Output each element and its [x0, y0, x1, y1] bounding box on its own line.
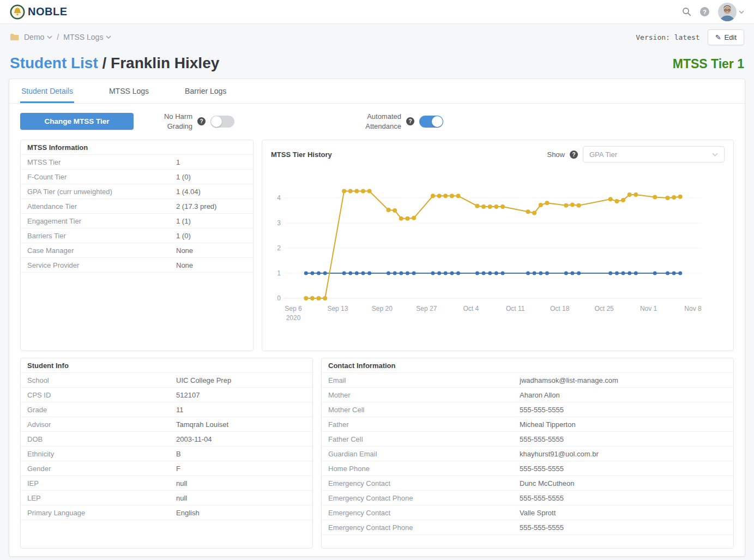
table-row: Emailjwadhamsok@list-manage.com: [322, 373, 733, 388]
row-value: 555-555-5555: [520, 523, 564, 532]
row-value: null: [176, 479, 187, 487]
row-value: Aharon Allon: [520, 391, 560, 399]
svg-text:Sep 6: Sep 6: [285, 305, 302, 312]
change-mtss-tier-button[interactable]: Change MTSS Tier: [20, 113, 134, 130]
row-label: Mother: [328, 391, 350, 399]
row-label: Father: [328, 420, 349, 429]
row-label: Ethnicity: [27, 450, 54, 458]
table-row: Attendance Tier2 (17.3 pred): [21, 199, 253, 214]
row-label: Gender: [27, 465, 51, 473]
svg-text:Nov 1: Nov 1: [640, 305, 658, 312]
row-label: Barriers Tier: [27, 232, 66, 240]
row-value: 11: [176, 406, 184, 414]
row-label: Service Provider: [27, 261, 79, 269]
row-label: F-Count Tier: [27, 173, 67, 181]
top-navbar: NOBLE ?: [0, 0, 754, 24]
version-label: Version: latest: [636, 33, 699, 41]
help-icon[interactable]: ?: [570, 150, 578, 159]
table-row: Home Phone555-555-5555: [322, 461, 733, 476]
table-row: LEPnull: [21, 491, 312, 505]
table-row: CPS ID512107: [21, 388, 312, 402]
brand-name: NOBLE: [28, 5, 68, 18]
breadcrumb-project[interactable]: Demo: [24, 33, 52, 41]
row-value: 1 (4.04): [176, 188, 201, 196]
edit-button[interactable]: ✎ Edit: [708, 29, 744, 45]
table-row: AdvisorTamqrah Louiset: [21, 417, 312, 432]
row-value: 555-555-5555: [520, 406, 564, 414]
no-harm-grading-toggle[interactable]: [210, 116, 234, 128]
help-icon[interactable]: ?: [700, 7, 709, 16]
title-separator: /: [98, 55, 111, 71]
tier-history-chart: 01234Sep 62020Sep 13Sep 20Sep 27Oct 4Oct…: [262, 167, 720, 348]
row-label: Attendance Tier: [27, 202, 77, 210]
row-value: Dunc McCutheon: [520, 479, 574, 487]
help-icon[interactable]: ?: [197, 117, 206, 125]
row-label: Email: [328, 376, 346, 384]
select-value: GPA Tier: [589, 150, 617, 159]
table-row: Service ProviderNone: [21, 258, 253, 273]
row-value: null: [176, 494, 187, 502]
student-info-card: Student Info SchoolUIC College PrepCPS I…: [20, 358, 313, 549]
card-title: MTSS Information: [21, 140, 253, 155]
breadcrumb-page[interactable]: MTSS Logs: [63, 33, 111, 41]
row-value: F: [176, 465, 180, 473]
table-row: Barriers Tier1 (0): [21, 228, 253, 243]
automated-attendance-toggle[interactable]: [419, 116, 443, 128]
student-detail-card: Student Details MTSS Logs Barrier Logs C…: [9, 79, 745, 557]
no-harm-grading-label: No Harm Grading: [159, 112, 192, 131]
user-menu[interactable]: [718, 3, 744, 21]
row-value: English: [176, 509, 200, 517]
student-list-link[interactable]: Student List: [10, 55, 98, 71]
table-row: Case ManagerNone: [21, 243, 253, 258]
row-value: 1 (0): [176, 232, 191, 240]
table-row: Emergency ContactValle Sprott: [322, 505, 733, 520]
table-row: DOB2003-11-04: [21, 432, 312, 447]
row-value: Tamqrah Louiset: [176, 420, 228, 429]
mtss-information-card: MTSS Information MTSS Tier1F-Count Tier1…: [20, 140, 254, 351]
row-value: Valle Sprott: [520, 509, 556, 517]
row-label: Case Manager: [27, 246, 74, 255]
search-icon[interactable]: [682, 7, 691, 16]
brand-logo[interactable]: NOBLE: [10, 4, 68, 20]
tab-student-details[interactable]: Student Details: [20, 79, 74, 103]
toggle-knob: [211, 116, 222, 127]
mtss-tier-badge: MTSS Tier 1: [673, 57, 744, 71]
svg-text:Sep 20: Sep 20: [372, 305, 393, 312]
table-row: SchoolUIC College Prep: [21, 373, 312, 388]
show-select[interactable]: GPA Tier: [583, 146, 725, 162]
row-label: Mother Cell: [328, 406, 364, 414]
show-label: Show: [547, 150, 565, 159]
row-value: 1 (0): [176, 173, 191, 181]
pencil-icon: ✎: [715, 33, 721, 41]
row-label: IEP: [27, 479, 39, 487]
row-value: 512107: [176, 391, 200, 399]
svg-text:Sep 13: Sep 13: [327, 305, 348, 312]
automated-attendance-label: Automated Attendance: [359, 112, 401, 131]
table-row: MTSS Tier1: [21, 155, 253, 170]
row-label: Emergency Contact Phone: [328, 523, 413, 532]
table-row: EthnicityB: [21, 447, 312, 461]
card-title: Contact Information: [322, 358, 733, 373]
row-label: Primary Language: [27, 509, 85, 517]
svg-text:0: 0: [277, 294, 281, 302]
row-label: Father Cell: [328, 435, 363, 443]
row-value: 1 (1): [176, 217, 191, 225]
table-row: Guardian Emailkhayhurst91@uol.com.br: [322, 447, 733, 461]
chart-title: MTSS Tier History: [271, 150, 332, 159]
tab-barrier-logs[interactable]: Barrier Logs: [184, 79, 227, 103]
row-value: 2003-11-04: [176, 435, 212, 443]
svg-text:2: 2: [277, 244, 281, 252]
svg-text:Oct 25: Oct 25: [594, 305, 614, 312]
table-row: Grade11: [21, 402, 312, 417]
row-value: 1: [176, 158, 180, 166]
svg-text:Nov 8: Nov 8: [684, 305, 702, 312]
row-value: 555-555-5555: [520, 435, 564, 443]
svg-text:Oct 18: Oct 18: [550, 305, 570, 312]
help-icon[interactable]: ?: [406, 117, 414, 125]
row-label: Home Phone: [328, 465, 370, 473]
tabbar: Student Details MTSS Logs Barrier Logs: [9, 79, 745, 104]
table-row: Engagement Tier1 (1): [21, 214, 253, 228]
tab-mtss-logs[interactable]: MTSS Logs: [108, 79, 150, 103]
row-label: MTSS Tier: [27, 158, 61, 166]
mtss-tier-history-card: MTSS Tier History Show ? GPA Tier 01234S…: [262, 140, 734, 351]
